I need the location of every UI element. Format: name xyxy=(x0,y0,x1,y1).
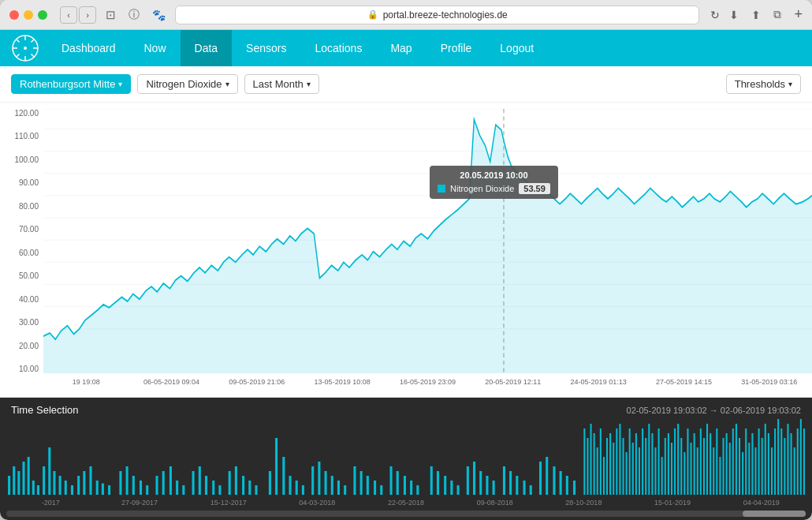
view-icon[interactable]: ⊡ xyxy=(106,8,116,22)
svg-rect-99 xyxy=(539,462,542,495)
svg-rect-43 xyxy=(126,466,129,495)
svg-rect-117 xyxy=(622,438,624,495)
svg-rect-75 xyxy=(360,471,363,495)
svg-rect-113 xyxy=(609,433,611,495)
x-label-1: 06-05-2019 09:04 xyxy=(129,378,214,386)
close-button[interactable] xyxy=(9,10,19,20)
scrollbar-thumb[interactable] xyxy=(743,511,806,517)
back-button[interactable]: ‹ xyxy=(60,6,77,24)
svg-rect-96 xyxy=(516,476,518,495)
svg-rect-155 xyxy=(745,428,747,495)
new-tab-button[interactable]: + xyxy=(794,6,803,23)
svg-rect-98 xyxy=(530,485,532,495)
svg-rect-111 xyxy=(603,457,605,495)
svg-rect-38 xyxy=(89,466,91,495)
x-label-8: 31-05-2019 03:16 xyxy=(727,378,812,386)
svg-rect-59 xyxy=(242,476,244,495)
extension-icon[interactable]: 🐾 xyxy=(152,9,166,21)
y-label-20: 20.00 xyxy=(5,342,39,350)
svg-rect-101 xyxy=(553,466,555,495)
svg-rect-65 xyxy=(289,476,291,495)
time-dropdown[interactable]: Last Month ▾ xyxy=(244,74,319,94)
forward-button[interactable]: › xyxy=(79,6,96,24)
svg-rect-156 xyxy=(748,443,750,495)
minimize-button[interactable] xyxy=(24,10,33,20)
svg-rect-140 xyxy=(697,447,698,495)
x-label-3: 13-05-2019 10:08 xyxy=(300,378,385,386)
nav-profile[interactable]: Profile xyxy=(426,30,486,66)
svg-rect-37 xyxy=(83,471,85,495)
y-axis: 10.00 20.00 30.00 40.00 50.00 60.00 70.0… xyxy=(0,109,43,373)
svg-marker-22 xyxy=(43,119,812,373)
svg-rect-132 xyxy=(671,443,672,495)
svg-rect-168 xyxy=(787,424,788,495)
svg-rect-166 xyxy=(780,428,782,495)
app-logo xyxy=(9,32,41,64)
app-navigation: Dashboard Now Data Sensors Locations Map… xyxy=(0,30,812,66)
svg-rect-47 xyxy=(155,476,158,495)
svg-rect-52 xyxy=(192,471,195,495)
svg-rect-128 xyxy=(658,428,660,495)
svg-rect-133 xyxy=(674,428,676,495)
svg-rect-64 xyxy=(282,457,285,495)
svg-rect-173 xyxy=(803,428,805,495)
svg-rect-142 xyxy=(703,438,705,495)
x-label-5: 20-05-2019 12:11 xyxy=(471,378,556,386)
svg-rect-89 xyxy=(467,466,469,495)
y-label-120: 120.00 xyxy=(5,109,39,118)
svg-rect-164 xyxy=(774,428,776,495)
svg-rect-29 xyxy=(37,485,39,495)
svg-rect-144 xyxy=(710,433,711,495)
svg-rect-134 xyxy=(677,424,679,495)
svg-rect-48 xyxy=(162,471,165,495)
location-dropdown[interactable]: Rothenburgsort Mitte ▾ xyxy=(11,74,131,94)
time-selection-header: Time Selection 02-05-2019 19:03:02 → 02-… xyxy=(0,398,812,419)
traffic-lights xyxy=(9,10,47,20)
time-selection-title: Time Selection xyxy=(11,404,79,416)
reload-button[interactable]: ↻ xyxy=(710,9,720,21)
tabs-icon[interactable]: ⧉ xyxy=(773,8,781,21)
svg-rect-27 xyxy=(28,457,30,495)
svg-rect-115 xyxy=(616,428,617,495)
svg-rect-76 xyxy=(367,476,369,495)
nav-now[interactable]: Now xyxy=(130,30,181,66)
svg-rect-104 xyxy=(573,481,575,495)
svg-rect-61 xyxy=(255,485,257,495)
nav-data[interactable]: Data xyxy=(181,30,233,66)
svg-rect-87 xyxy=(450,481,453,495)
scrollbar-track xyxy=(6,511,806,517)
x-axis: 19 19:08 06-05-2019 09:04 09-05-2019 21:… xyxy=(43,375,812,397)
svg-rect-41 xyxy=(108,485,110,495)
svg-rect-170 xyxy=(794,447,795,495)
svg-rect-73 xyxy=(344,485,346,495)
svg-rect-56 xyxy=(218,485,221,495)
svg-rect-119 xyxy=(629,428,631,495)
maximize-button[interactable] xyxy=(38,10,47,20)
svg-rect-69 xyxy=(318,462,320,495)
svg-rect-23 xyxy=(8,476,10,495)
svg-rect-139 xyxy=(694,433,695,495)
info-icon[interactable]: ⓘ xyxy=(129,8,140,22)
svg-rect-44 xyxy=(132,476,135,495)
svg-rect-152 xyxy=(736,424,737,495)
address-bar[interactable]: 🔒 portal.breeze-technologies.de xyxy=(175,6,699,24)
svg-rect-125 xyxy=(648,424,650,495)
browser-nav-buttons: ‹ › xyxy=(60,6,96,24)
svg-rect-55 xyxy=(212,481,214,495)
mini-x-label-1: 27-09-2017 xyxy=(95,499,184,507)
nav-locations[interactable]: Locations xyxy=(300,30,376,66)
mini-x-label-5: 09-08-2018 xyxy=(450,499,539,507)
nav-map[interactable]: Map xyxy=(376,30,426,66)
time-selection-panel: Time Selection 02-05-2019 19:03:02 → 02-… xyxy=(0,398,812,520)
toolbar: Rothenburgsort Mitte ▾ Nitrogen Dioxide … xyxy=(0,66,812,103)
pollutant-dropdown[interactable]: Nitrogen Dioxide ▾ xyxy=(137,74,237,94)
y-label-100: 100.00 xyxy=(5,155,39,164)
svg-rect-66 xyxy=(296,481,298,495)
nav-sensors[interactable]: Sensors xyxy=(232,30,300,66)
nav-logout[interactable]: Logout xyxy=(486,30,548,66)
download-icon[interactable]: ⬇ xyxy=(729,9,739,21)
share-icon[interactable]: ⬆ xyxy=(751,9,761,21)
nav-dashboard[interactable]: Dashboard xyxy=(47,30,130,66)
y-label-80: 80.00 xyxy=(5,202,39,211)
thresholds-dropdown[interactable]: Thresholds ▾ xyxy=(726,74,801,94)
